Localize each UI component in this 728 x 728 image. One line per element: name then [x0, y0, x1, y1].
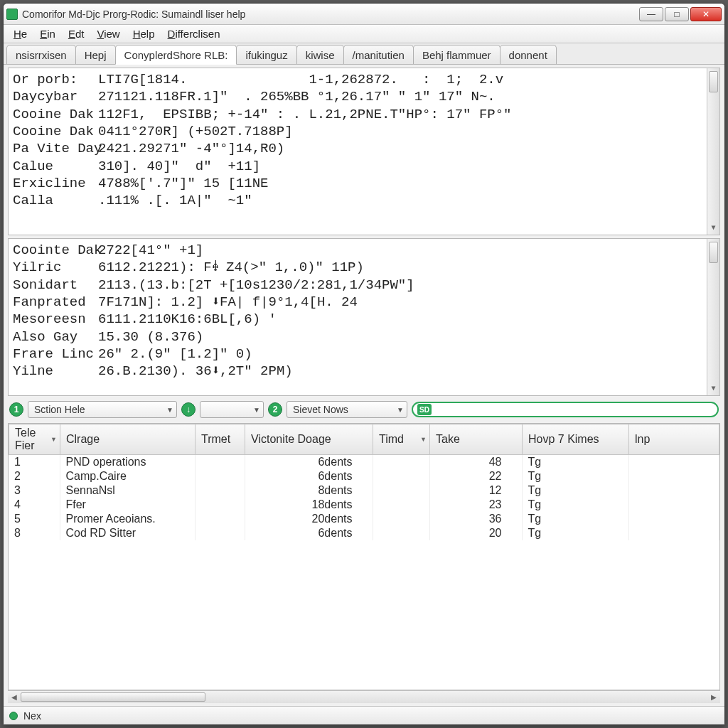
download-badge[interactable]: ↓: [181, 402, 196, 417]
tab-6[interactable]: Behj flammuer: [413, 45, 500, 64]
menu-edt[interactable]: Edt: [63, 26, 90, 41]
window-title: Comorifor Md-Djc Prorg-Rodic: Sumaindl l…: [22, 9, 639, 20]
app-window: Comorifor Md-Djc Prorg-Rodic: Sumaindl l…: [3, 3, 725, 725]
vscrollbar-top[interactable]: ▲ ▼: [707, 68, 719, 235]
app-icon: [6, 9, 18, 20]
output-line: Or porb:LTI7G[1814. 1-1,262872. : 1; 2.v: [13, 71, 715, 88]
titlebar[interactable]: Comorifor Md-Djc Prorg-Rodic: Sumaindl l…: [4, 4, 724, 25]
scroll-thumb[interactable]: [709, 242, 718, 263]
cell: 36: [429, 512, 522, 526]
window-buttons: — □ ✕: [639, 7, 722, 21]
table-row[interactable]: 5Promer Aceoians.20dents36Tg: [9, 512, 719, 526]
section-combo[interactable]: Sction Hele ▼: [28, 401, 177, 418]
tab-3[interactable]: ifukinguz: [236, 45, 296, 64]
tab-7[interactable]: donnent: [500, 45, 557, 64]
cell: [373, 483, 429, 498]
column-header[interactable]: Timd▼: [373, 424, 430, 455]
chevron-down-icon: ▼: [253, 406, 260, 414]
tab-0[interactable]: nsisrrxisen: [6, 45, 76, 64]
column-header[interactable]: lnp: [629, 424, 719, 455]
cell: [195, 512, 245, 526]
output-line: Sonidart2113.(13.b:[2T +[10s1230/2:281,1…: [13, 277, 715, 294]
output-pane-bottom[interactable]: Coointe Dak2722[41°" +1]Yilric6112.21221…: [8, 238, 720, 396]
column-header[interactable]: Take: [430, 424, 523, 455]
cell: 20dents: [245, 512, 373, 526]
cell: 2: [9, 469, 60, 483]
step-badge-2: 2: [268, 402, 282, 417]
output-line: Cooine Dak112F1, EPSIBB; +-14" : . L.21,…: [13, 106, 715, 123]
tab-4[interactable]: kiwise: [296, 45, 344, 64]
cell: [373, 455, 429, 469]
status-text: Nex: [23, 710, 41, 722]
cell: [195, 469, 245, 483]
table-row[interactable]: 4Ffer18dents23Tg: [9, 498, 719, 512]
menu-differclisen[interactable]: Differclisen: [162, 26, 226, 41]
cell: [373, 526, 429, 540]
table-row[interactable]: 1PND operations6dents48Tg: [9, 455, 719, 469]
cell: 8: [9, 526, 60, 540]
menu-he[interactable]: He: [8, 26, 33, 41]
cell: PND operations: [60, 455, 195, 469]
cell: SennaNsl: [60, 483, 195, 498]
column-header[interactable]: Clrage: [60, 424, 196, 455]
menu-ein[interactable]: Ein: [34, 26, 61, 41]
cell: Tg: [522, 483, 628, 498]
control-bar: 1 Sction Hele ▼ ↓ ▼ 2 Sievet Nows ▼ SD: [8, 399, 720, 420]
hscroll-thumb[interactable]: [21, 692, 205, 702]
output-pane-top[interactable]: Or porb:LTI7G[1814. 1-1,262872. : 1; 2.v…: [8, 68, 720, 235]
scroll-down-icon[interactable]: ▼: [707, 382, 719, 395]
grid-table: Tele Fier▼ClrageTrmetVictonite DoageTimd…: [9, 424, 719, 455]
output-line: Mesoreesn6111.2110K16:6BL[,6) ': [13, 311, 715, 328]
cell: [628, 455, 719, 469]
sd-search-pill[interactable]: SD: [412, 402, 719, 417]
output-line: Cooine Dak0411°270R] (+502T.7188P]: [13, 123, 715, 140]
scroll-left-icon[interactable]: ◀: [8, 691, 21, 703]
grid-header-row: Tele Fier▼ClrageTrmetVictonite DoageTimd…: [9, 424, 719, 455]
chevron-down-icon: ▼: [166, 406, 173, 414]
cell: [628, 512, 719, 526]
cell: Tg: [522, 512, 628, 526]
maximize-button[interactable]: □: [665, 7, 689, 21]
cell: 3: [9, 483, 60, 498]
cell: 20: [429, 526, 522, 540]
small-combo[interactable]: ▼: [200, 401, 264, 418]
output-line: Yilne26.B.2130). 36⬇,2T" 2PM): [13, 363, 715, 380]
menu-help[interactable]: Help: [127, 26, 161, 41]
column-header[interactable]: Hovp 7 Kimes: [523, 424, 629, 455]
tab-1[interactable]: Hepj: [75, 45, 116, 64]
table-row[interactable]: 3SennaNsl8dents12Tg: [9, 483, 719, 498]
output-line: Calla.111% .[. 1A|" ~1": [13, 192, 715, 209]
scroll-right-icon[interactable]: ▶: [707, 691, 720, 703]
vscrollbar-bottom[interactable]: ▲ ▼: [707, 239, 719, 395]
cell: [373, 469, 429, 483]
cell: Tg: [522, 469, 628, 483]
menu-view[interactable]: View: [91, 26, 125, 41]
scroll-down-icon[interactable]: ▼: [707, 222, 719, 235]
cell: Cod RD Sitter: [60, 526, 195, 540]
status-dot-icon: [9, 712, 18, 720]
scroll-thumb[interactable]: [709, 71, 718, 92]
tab-2[interactable]: ConyplerdShore RLB:: [115, 45, 237, 65]
cell: [628, 498, 719, 512]
step-badge-1: 1: [9, 402, 23, 417]
sievet-combo[interactable]: Sievet Nows ▼: [287, 401, 407, 418]
data-grid[interactable]: Tele Fier▼ClrageTrmetVictonite DoageTimd…: [8, 423, 720, 690]
column-header[interactable]: Tele Fier▼: [9, 424, 60, 455]
column-header[interactable]: Victonite Doage: [245, 424, 373, 455]
menubar: HeEinEdtViewHelpDifferclisen: [4, 25, 724, 43]
close-button[interactable]: ✕: [690, 7, 722, 21]
column-header[interactable]: Trmet: [196, 424, 245, 455]
table-row[interactable]: 8Cod RD Sitter6dents20Tg: [9, 526, 719, 540]
output-line: Also Gay15.30 (8.376): [13, 328, 715, 346]
tab-5[interactable]: /manitutien: [343, 45, 414, 64]
cell: 6dents: [245, 526, 373, 540]
section-combo-label: Sction Hele: [34, 404, 85, 415]
cell: 6dents: [245, 469, 373, 483]
cell: 48: [429, 455, 522, 469]
sd-badge: SD: [417, 404, 432, 415]
cell: Camp.Caire: [60, 469, 195, 483]
hscrollbar[interactable]: ◀ ▶: [8, 690, 720, 703]
minimize-button[interactable]: —: [639, 7, 663, 21]
output-line: Erxicline4788%['.7"]" 15 [11NE: [13, 175, 715, 192]
table-row[interactable]: 2Camp.Caire6dents22Tg: [9, 469, 719, 483]
